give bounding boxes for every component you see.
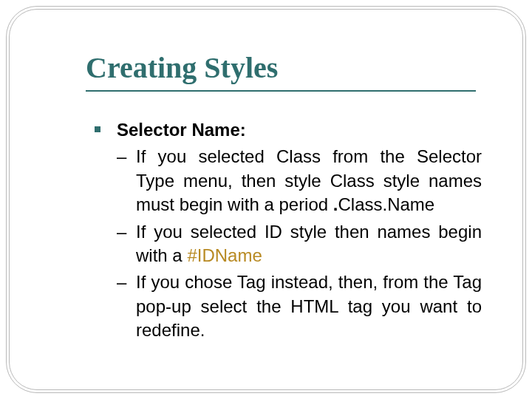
- slide: Creating Styles Selector Name: – If you …: [0, 0, 532, 399]
- dash-bullet-icon: –: [117, 145, 126, 168]
- text-segment: Class.Name: [338, 194, 434, 214]
- content-area: Selector Name: – If you selected Class f…: [95, 118, 482, 343]
- sub-item: – If you chose Tag instead, then, from t…: [117, 270, 482, 342]
- sub-item: – If you selected ID style then names be…: [117, 220, 482, 268]
- sub-item: – If you selected Class from the Selecto…: [117, 145, 482, 216]
- item-heading: Selector Name:: [117, 118, 482, 142]
- sub-item-text: If you selected Class from the Selector …: [136, 145, 482, 216]
- list-item: Selector Name: – If you selected Class f…: [95, 118, 482, 343]
- slide-title: Creating Styles: [86, 50, 278, 85]
- idname-emphasis: #IDName: [187, 245, 262, 265]
- sub-item-text: If you selected ID style then names begi…: [136, 220, 482, 268]
- title-underline: [86, 90, 476, 92]
- sub-item-text: If you chose Tag instead, then, from the…: [136, 270, 482, 342]
- square-bullet-icon: [95, 126, 100, 132]
- dash-bullet-icon: –: [117, 270, 126, 294]
- dash-bullet-icon: –: [117, 220, 126, 244]
